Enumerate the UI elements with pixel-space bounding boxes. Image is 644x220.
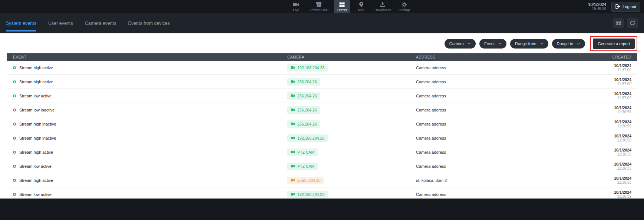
main-nav: LiveArchive/DVREventsMapDownloadsSetting… [288, 0, 413, 13]
status-inactive-icon [13, 109, 16, 111]
camera-badge[interactable]: 256.204.26 [287, 78, 320, 86]
address-cell: Camera address [410, 122, 559, 126]
event-cell: Stream low active [7, 94, 281, 98]
camera-cell: 192.168.204.28 [281, 134, 410, 142]
created-cell: 10/1/202411:36:56 [559, 134, 637, 143]
download-icon [380, 2, 385, 7]
filter-toolbar: CameraEventRange fromRange to Generate a… [0, 33, 644, 53]
camera-name: public 204.30 [297, 178, 320, 183]
generate-report-button[interactable]: Generate a report [593, 39, 635, 49]
event-name: Stream low active [19, 164, 52, 169]
event-cell: Stream high active [7, 80, 281, 84]
nav-item-map[interactable]: Map [353, 0, 369, 13]
col-header-camera: CAMERA [281, 55, 410, 59]
current-time: 15:46:39 [588, 7, 606, 11]
table-row[interactable]: Stream high active192.168.204.28Camera a… [7, 61, 637, 75]
created-cell: 10/1/202411:36:35 [559, 176, 637, 185]
tab-user-events[interactable]: User events [48, 13, 73, 33]
created-cell: 10/1/202411:36:56 [559, 120, 637, 129]
logout-button[interactable]: Log out [611, 2, 640, 12]
address-cell: Camera address [410, 94, 559, 98]
camera-cell: 256.204.26 [281, 120, 410, 128]
camera-badge[interactable]: 192.168.204.22 [287, 191, 328, 198]
col-header-address: ADDRESS [410, 55, 559, 59]
refresh-button[interactable] [627, 19, 638, 28]
table-row[interactable]: Stream low active256.204.26Camera addres… [7, 89, 637, 103]
camera-cell: 192.168.204.22 [281, 191, 410, 198]
camera-badge[interactable]: 256.204.26 [287, 106, 320, 114]
table-row[interactable]: Stream high activePTZ CAMCamera address1… [7, 145, 637, 159]
chevron-down-icon [498, 43, 502, 45]
table-row[interactable]: Stream high inactive192.168.204.28Camera… [7, 131, 637, 145]
created-cell: 10/1/202411:36:56 [559, 106, 637, 114]
table-row[interactable]: Stream low active192.168.204.22Camera ad… [7, 187, 637, 199]
current-date: 10/1/2024 [588, 2, 606, 7]
table-row[interactable]: Stream high active256.204.26Camera addre… [7, 75, 637, 89]
created-date: 10/1/2024 [559, 77, 631, 82]
address-cell: Camera address [410, 80, 559, 84]
status-active-icon [13, 94, 16, 97]
created-cell: 10/1/202411:36:35 [559, 148, 637, 157]
table-row[interactable]: Stream high activepublic 204.30ul. kolas… [7, 173, 637, 187]
created-time: 11:37:00 [559, 68, 631, 72]
table-body: Stream high active192.168.204.28Camera a… [7, 61, 637, 199]
camera-badge[interactable]: 256.204.26 [287, 92, 320, 100]
tab-camera-events[interactable]: Camera events [85, 13, 116, 33]
camera-cell: PTZ CAM [281, 149, 410, 156]
camera-badge[interactable]: 192.168.204.28 [287, 134, 328, 142]
camera-name: 192.168.204.28 [297, 136, 324, 140]
created-time: 11:36:35 [559, 166, 631, 171]
camera-cell: 256.204.26 [281, 92, 410, 100]
table-row[interactable]: Stream high inactive256.204.26Camera add… [7, 117, 637, 131]
camera-badge[interactable]: 256.204.26 [287, 120, 320, 128]
dropdown-label: Range from [515, 41, 536, 46]
events-icon [339, 2, 345, 7]
table-view-button[interactable] [613, 19, 624, 28]
events-table: EVENT CAMERA ADDRESS CREATED Stream high… [7, 53, 637, 199]
logout-icon [615, 4, 620, 10]
camera-badge[interactable]: PTZ CAM [287, 163, 318, 170]
created-cell: 10/1/202411:37:00 [559, 77, 637, 86]
map-pin-icon [359, 2, 363, 7]
bottom-bar [0, 199, 644, 220]
event-filter-dropdown[interactable]: Event [479, 39, 506, 49]
range-from-filter-dropdown[interactable]: Range from [510, 39, 548, 49]
created-cell: 10/1/202411:37:00 [559, 91, 637, 100]
event-name: Stream high active [19, 178, 53, 183]
camera-icon [291, 80, 295, 83]
event-name: Stream high inactive [19, 136, 56, 140]
tabbar-actions [613, 19, 638, 28]
dropdown-label: Range to [557, 41, 574, 46]
camera-badge[interactable]: 192.168.204.28 [287, 64, 328, 71]
nav-item-archive-dvr[interactable]: Archive/DVR [307, 0, 331, 13]
event-cell: Stream high inactive [7, 136, 281, 140]
table-view-icon [616, 21, 621, 26]
event-tabs: System eventsUser eventsCamera eventsEve… [6, 13, 170, 33]
topbar: LiveArchive/DVREventsMapDownloadsSetting… [0, 0, 644, 13]
event-cell: Stream high inactive [7, 122, 281, 126]
chevron-down-icon [468, 43, 471, 45]
table-row[interactable]: Stream low inactive256.204.26Camera addr… [7, 103, 637, 117]
camera-badge[interactable]: PTZ CAM [287, 149, 318, 156]
status-active-icon [13, 80, 16, 83]
created-time: 11:36:56 [559, 124, 631, 129]
nav-item-settings[interactable]: Settings [396, 0, 413, 13]
created-time: 11:37:00 [559, 96, 631, 100]
created-time: 11:36:56 [559, 110, 631, 114]
table-row[interactable]: Stream low activePTZ CAMCamera address10… [7, 159, 637, 173]
camera-icon [291, 193, 295, 196]
nav-item-events[interactable]: Events [334, 0, 350, 13]
camera-badge[interactable]: public 204.30 [287, 177, 324, 184]
event-cell: Stream low inactive [7, 108, 281, 112]
status-active-icon [13, 151, 16, 154]
camera-icon [291, 94, 295, 97]
nav-item-live[interactable]: Live [288, 0, 304, 13]
nav-item-downloads[interactable]: Downloads [372, 0, 393, 13]
tab-system-events[interactable]: System events [6, 13, 36, 33]
camera-cell: public 204.30 [281, 177, 410, 184]
camera-cell: 192.168.204.28 [281, 64, 410, 71]
tab-events-from-devices[interactable]: Events from devices [128, 13, 170, 33]
range-to-filter-dropdown[interactable]: Range to [552, 39, 585, 49]
created-date: 10/1/2024 [559, 91, 631, 96]
camera-filter-dropdown[interactable]: Camera [445, 39, 476, 49]
